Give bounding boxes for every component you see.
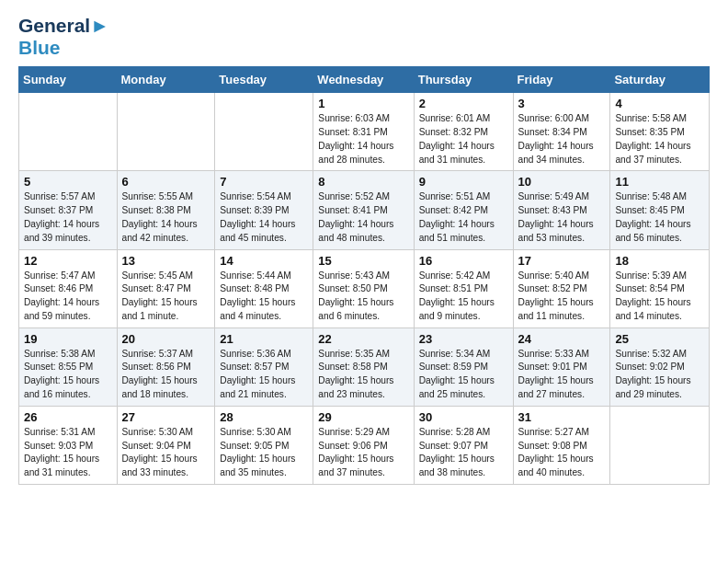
cell-text: Sunrise: 5:42 AM Sunset: 8:51 PM Dayligh… — [419, 270, 508, 324]
cell-text: Sunrise: 5:32 AM Sunset: 9:02 PM Dayligh… — [615, 348, 704, 402]
cell-text: Sunrise: 5:49 AM Sunset: 8:43 PM Dayligh… — [518, 190, 606, 245]
cell-text: Sunrise: 5:30 AM Sunset: 9:05 PM Dayligh… — [220, 426, 308, 480]
table-row: 16Sunrise: 5:42 AM Sunset: 8:51 PM Dayli… — [414, 249, 513, 327]
day-number: 10 — [518, 175, 606, 189]
day-number: 1 — [318, 97, 408, 110]
cell-text: Sunrise: 5:33 AM Sunset: 9:01 PM Dayligh… — [518, 348, 606, 402]
day-number: 8 — [318, 175, 408, 189]
cell-text: Sunrise: 6:01 AM Sunset: 8:32 PM Dayligh… — [419, 112, 508, 167]
table-row: 20Sunrise: 5:37 AM Sunset: 8:56 PM Dayli… — [117, 327, 215, 406]
cell-text: Sunrise: 5:51 AM Sunset: 8:42 PM Dayligh… — [419, 190, 508, 245]
col-saturday: Saturday — [610, 67, 710, 93]
table-row: 30Sunrise: 5:28 AM Sunset: 9:07 PM Dayli… — [414, 406, 513, 484]
table-row: 28Sunrise: 5:30 AM Sunset: 9:05 PM Dayli… — [215, 406, 313, 484]
table-row: 3Sunrise: 6:00 AM Sunset: 8:34 PM Daylig… — [513, 93, 610, 171]
cell-text: Sunrise: 5:34 AM Sunset: 8:59 PM Dayligh… — [419, 348, 508, 402]
table-row: 17Sunrise: 5:40 AM Sunset: 8:52 PM Dayli… — [513, 249, 610, 327]
calendar-table: Sunday Monday Tuesday Wednesday Thursday… — [18, 66, 710, 485]
day-number: 6 — [122, 175, 210, 189]
cell-text: Sunrise: 5:45 AM Sunset: 8:47 PM Dayligh… — [122, 270, 210, 324]
day-number: 13 — [122, 254, 210, 268]
table-row: 21Sunrise: 5:36 AM Sunset: 8:57 PM Dayli… — [215, 327, 313, 406]
col-wednesday: Wednesday — [313, 67, 414, 93]
table-row: 1Sunrise: 6:03 AM Sunset: 8:31 PM Daylig… — [313, 93, 414, 171]
cell-text: Sunrise: 5:40 AM Sunset: 8:52 PM Dayligh… — [518, 270, 606, 324]
day-number: 9 — [419, 175, 508, 189]
table-row — [117, 93, 215, 171]
table-row: 22Sunrise: 5:35 AM Sunset: 8:58 PM Dayli… — [313, 327, 414, 406]
table-row: 23Sunrise: 5:34 AM Sunset: 8:59 PM Dayli… — [414, 327, 513, 406]
day-number: 24 — [518, 332, 606, 346]
table-row: 29Sunrise: 5:29 AM Sunset: 9:06 PM Dayli… — [313, 406, 414, 484]
cell-text: Sunrise: 6:03 AM Sunset: 8:31 PM Dayligh… — [318, 112, 408, 167]
cell-text: Sunrise: 5:39 AM Sunset: 8:54 PM Dayligh… — [615, 270, 704, 324]
table-row — [215, 93, 313, 171]
week-row-4: 26Sunrise: 5:31 AM Sunset: 9:03 PM Dayli… — [19, 406, 710, 484]
cell-text: Sunrise: 5:35 AM Sunset: 8:58 PM Dayligh… — [318, 348, 408, 402]
table-row: 19Sunrise: 5:38 AM Sunset: 8:55 PM Dayli… — [19, 327, 118, 406]
logo: General► Blue — [18, 15, 109, 59]
cell-text: Sunrise: 5:38 AM Sunset: 8:55 PM Dayligh… — [24, 348, 112, 402]
cell-text: Sunrise: 5:30 AM Sunset: 9:04 PM Dayligh… — [122, 426, 210, 480]
cell-text: Sunrise: 5:43 AM Sunset: 8:50 PM Dayligh… — [318, 270, 408, 324]
table-row: 7Sunrise: 5:54 AM Sunset: 8:39 PM Daylig… — [215, 171, 313, 249]
week-row-3: 19Sunrise: 5:38 AM Sunset: 8:55 PM Dayli… — [19, 327, 710, 406]
day-number: 14 — [220, 254, 308, 268]
cell-text: Sunrise: 5:28 AM Sunset: 9:07 PM Dayligh… — [419, 426, 508, 480]
table-row: 15Sunrise: 5:43 AM Sunset: 8:50 PM Dayli… — [313, 249, 414, 327]
col-sunday: Sunday — [19, 67, 118, 93]
day-number: 17 — [518, 254, 606, 268]
table-row: 18Sunrise: 5:39 AM Sunset: 8:54 PM Dayli… — [610, 249, 710, 327]
cell-text: Sunrise: 5:57 AM Sunset: 8:37 PM Dayligh… — [24, 190, 112, 245]
day-number: 15 — [318, 254, 408, 268]
header: General► Blue — [18, 15, 710, 59]
day-number: 27 — [122, 410, 210, 424]
table-row: 10Sunrise: 5:49 AM Sunset: 8:43 PM Dayli… — [513, 171, 610, 249]
day-number: 29 — [318, 410, 408, 424]
cell-text: Sunrise: 5:48 AM Sunset: 8:45 PM Dayligh… — [615, 190, 704, 245]
day-number: 20 — [122, 332, 210, 346]
day-number: 7 — [220, 175, 308, 189]
col-thursday: Thursday — [414, 67, 513, 93]
day-number: 22 — [318, 332, 408, 346]
col-monday: Monday — [117, 67, 215, 93]
table-row: 4Sunrise: 5:58 AM Sunset: 8:35 PM Daylig… — [610, 93, 710, 171]
cell-text: Sunrise: 6:00 AM Sunset: 8:34 PM Dayligh… — [518, 112, 606, 167]
cell-text: Sunrise: 5:27 AM Sunset: 9:08 PM Dayligh… — [518, 426, 606, 480]
logo-line2: Blue — [18, 37, 109, 59]
col-tuesday: Tuesday — [215, 67, 313, 93]
table-row: 5Sunrise: 5:57 AM Sunset: 8:37 PM Daylig… — [19, 171, 118, 249]
day-number: 12 — [24, 254, 112, 268]
page: General► Blue Sunday Monday Tuesday Wedn… — [0, 0, 728, 500]
logo-line1: General► — [18, 15, 109, 37]
day-number: 2 — [419, 97, 508, 110]
day-number: 26 — [24, 410, 112, 424]
day-number: 19 — [24, 332, 112, 346]
week-row-0: 1Sunrise: 6:03 AM Sunset: 8:31 PM Daylig… — [19, 93, 710, 171]
week-row-1: 5Sunrise: 5:57 AM Sunset: 8:37 PM Daylig… — [19, 171, 710, 249]
table-row: 14Sunrise: 5:44 AM Sunset: 8:48 PM Dayli… — [215, 249, 313, 327]
day-number: 18 — [615, 254, 704, 268]
day-number: 28 — [220, 410, 308, 424]
cell-text: Sunrise: 5:37 AM Sunset: 8:56 PM Dayligh… — [122, 348, 210, 402]
day-number: 23 — [419, 332, 508, 346]
table-row: 11Sunrise: 5:48 AM Sunset: 8:45 PM Dayli… — [610, 171, 710, 249]
cell-text: Sunrise: 5:52 AM Sunset: 8:41 PM Dayligh… — [318, 190, 408, 245]
table-row: 8Sunrise: 5:52 AM Sunset: 8:41 PM Daylig… — [313, 171, 414, 249]
day-number: 31 — [518, 410, 606, 424]
table-row: 26Sunrise: 5:31 AM Sunset: 9:03 PM Dayli… — [19, 406, 118, 484]
day-number: 11 — [615, 175, 704, 189]
day-number: 25 — [615, 332, 704, 346]
header-row: Sunday Monday Tuesday Wednesday Thursday… — [19, 67, 710, 93]
table-row: 25Sunrise: 5:32 AM Sunset: 9:02 PM Dayli… — [610, 327, 710, 406]
cell-text: Sunrise: 5:44 AM Sunset: 8:48 PM Dayligh… — [220, 270, 308, 324]
calendar-body: 1Sunrise: 6:03 AM Sunset: 8:31 PM Daylig… — [19, 93, 710, 485]
table-row: 24Sunrise: 5:33 AM Sunset: 9:01 PM Dayli… — [513, 327, 610, 406]
table-row: 13Sunrise: 5:45 AM Sunset: 8:47 PM Dayli… — [117, 249, 215, 327]
cell-text: Sunrise: 5:36 AM Sunset: 8:57 PM Dayligh… — [220, 348, 308, 402]
table-row: 2Sunrise: 6:01 AM Sunset: 8:32 PM Daylig… — [414, 93, 513, 171]
table-row: 6Sunrise: 5:55 AM Sunset: 8:38 PM Daylig… — [117, 171, 215, 249]
cell-text: Sunrise: 5:58 AM Sunset: 8:35 PM Dayligh… — [615, 112, 704, 167]
day-number: 16 — [419, 254, 508, 268]
cell-text: Sunrise: 5:54 AM Sunset: 8:39 PM Dayligh… — [220, 190, 308, 245]
